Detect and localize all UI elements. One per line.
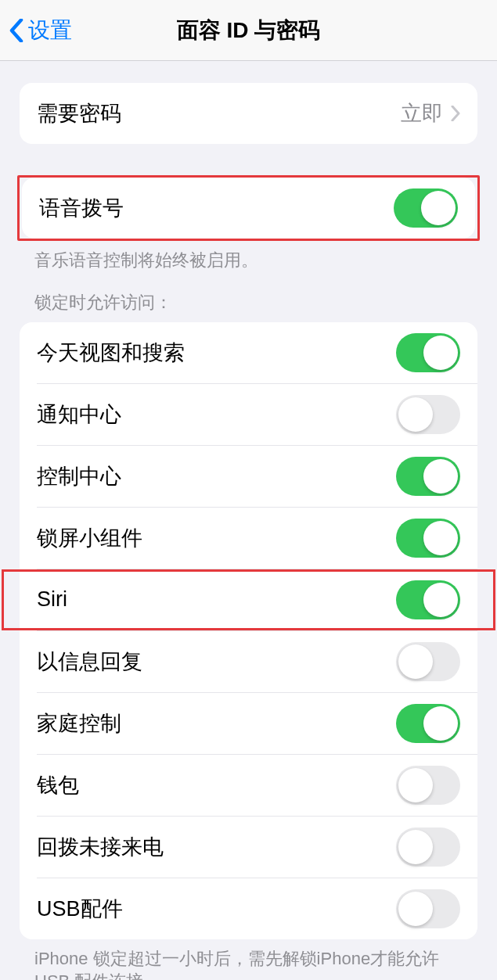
require-passcode-group: 需要密码 立即	[20, 83, 477, 144]
lock-access-label: 控制中心	[37, 462, 121, 490]
lock-access-label: 钱包	[37, 771, 79, 799]
lock-access-row: 钱包	[20, 755, 477, 816]
lock-access-toggle[interactable]	[396, 889, 460, 928]
lock-access-label: 今天视图和搜索	[37, 339, 185, 367]
require-passcode-row[interactable]: 需要密码 立即	[20, 83, 477, 144]
voice-dial-group: 语音拨号	[22, 178, 475, 239]
lock-access-label: Siri	[37, 587, 67, 612]
lock-access-toggle[interactable]	[396, 766, 460, 805]
lock-access-label: 家庭控制	[37, 709, 121, 738]
lock-access-row: USB配件	[20, 878, 477, 939]
voice-dial-toggle[interactable]	[394, 188, 458, 228]
voice-dial-row: 语音拨号	[22, 178, 475, 239]
lock-access-row: 控制中心	[20, 446, 477, 507]
lock-access-toggle[interactable]	[396, 827, 460, 867]
lock-access-label: 以信息回复	[37, 648, 142, 676]
lock-access-row: 锁屏小组件	[20, 508, 477, 569]
header: 设置 面容 ID 与密码	[0, 0, 497, 61]
require-passcode-value: 立即	[401, 99, 443, 127]
lock-access-toggle[interactable]	[396, 333, 460, 372]
lock-access-toggle[interactable]	[396, 580, 460, 619]
lock-access-footer: iPhone 锁定超过一小时后，需先解锁iPhone才能允许USB 配件连接。	[0, 939, 497, 980]
voice-dial-label: 语音拨号	[39, 194, 124, 222]
lock-access-toggle[interactable]	[396, 457, 460, 496]
lock-access-label: USB配件	[37, 895, 123, 923]
lock-access-label: 回拨未接来电	[37, 833, 164, 861]
lock-access-row: 通知中心	[20, 384, 477, 445]
lock-access-header: 锁定时允许访问：	[0, 272, 497, 322]
back-button[interactable]: 设置	[0, 16, 72, 45]
lock-access-label: 通知中心	[37, 400, 121, 429]
chevron-left-icon	[9, 19, 23, 42]
lock-access-row: 家庭控制	[20, 693, 477, 754]
chevron-right-icon	[451, 106, 460, 121]
lock-access-group: 今天视图和搜索通知中心控制中心锁屏小组件Siri以信息回复家庭控制钱包回拨未接来…	[20, 322, 477, 939]
page-title: 面容 ID 与密码	[0, 16, 497, 45]
lock-access-row: Siri	[20, 569, 477, 630]
require-passcode-value-wrap: 立即	[401, 99, 460, 127]
lock-access-toggle[interactable]	[396, 642, 460, 681]
lock-access-toggle[interactable]	[396, 519, 460, 558]
lock-access-row: 今天视图和搜索	[20, 322, 477, 383]
lock-access-toggle[interactable]	[396, 704, 460, 743]
back-label: 设置	[28, 16, 72, 45]
lock-access-row: 以信息回复	[20, 631, 477, 692]
lock-access-toggle[interactable]	[396, 395, 460, 434]
voice-dial-highlight: 语音拨号	[17, 175, 480, 241]
voice-dial-footer: 音乐语音控制将始终被启用。	[0, 241, 497, 272]
lock-access-row: 回拨未接来电	[20, 817, 477, 878]
lock-access-label: 锁屏小组件	[37, 524, 142, 552]
require-passcode-label: 需要密码	[37, 99, 121, 127]
